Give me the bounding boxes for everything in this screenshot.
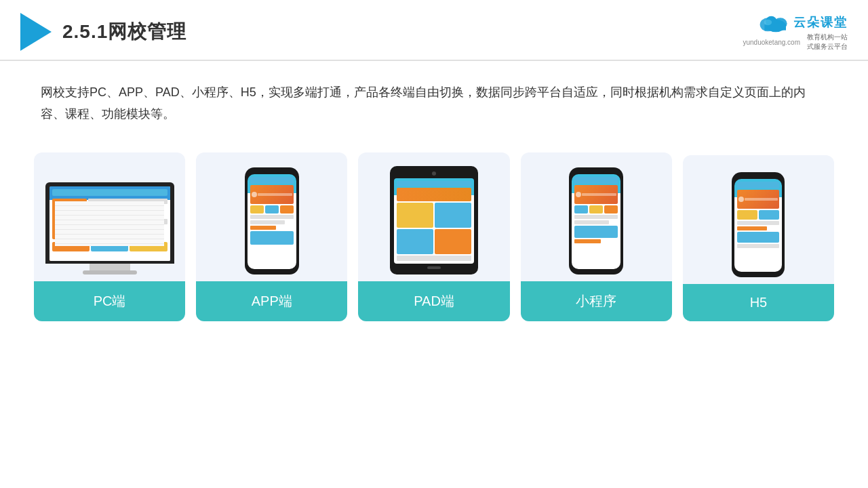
header-left: 2.5.1网校管理 xyxy=(20,13,186,51)
pad-card: PAD端 xyxy=(358,152,509,321)
pc-card: PC端 xyxy=(34,152,185,321)
h5-screen-inner xyxy=(734,179,782,272)
phone-screen xyxy=(248,174,296,269)
pc-image-area xyxy=(45,166,174,281)
monitor-screen-content xyxy=(50,186,170,261)
pc-card-label: PC端 xyxy=(34,281,185,321)
tablet-screen-inner xyxy=(394,178,474,264)
h5-phone-screen xyxy=(734,179,782,272)
phone-screen-overlay xyxy=(248,174,296,269)
logo-triangle-icon xyxy=(20,13,52,51)
monitor-screen-wrapper xyxy=(45,182,174,264)
tablet-frame xyxy=(390,166,478,274)
miniprogram-screen-inner xyxy=(572,174,620,269)
brand-logo-top: 云朵课堂 xyxy=(755,12,848,33)
app-card-label: APP端 xyxy=(196,281,347,321)
miniprogram-phone-notch xyxy=(586,167,606,173)
h5-card-label: H5 xyxy=(683,284,834,321)
app-card: APP端 xyxy=(196,152,347,321)
cards-container: PC端 xyxy=(0,132,868,335)
h5-phone-notch xyxy=(748,172,768,178)
miniprogram-screen-overlay xyxy=(572,174,620,269)
tablet-screen xyxy=(394,178,474,264)
phone-screen-inner xyxy=(248,174,296,269)
screen-bar xyxy=(52,189,167,196)
h5-phone-frame xyxy=(732,172,785,277)
miniprogram-card-label: 小程序 xyxy=(521,281,672,321)
tablet-screen-overlay xyxy=(394,178,474,264)
pad-image-area xyxy=(369,166,498,281)
miniprogram-card: 小程序 xyxy=(521,152,672,321)
app-image-area xyxy=(207,166,336,281)
pc-monitor xyxy=(45,182,174,274)
h5-card: H5 xyxy=(683,155,834,321)
header-right: 云朵课堂 yunduoketang.com 教育机构一站式服务云平台 xyxy=(743,12,848,52)
app-phone xyxy=(245,167,299,274)
description-text: 网校支持PC、APP、PAD、小程序、H5，实现多端打通，产品各终端自由切换，数… xyxy=(0,61,868,132)
svg-rect-4 xyxy=(764,24,786,30)
brand-url: yunduoketang.com xyxy=(743,39,800,46)
h5-image-area xyxy=(694,169,823,284)
h5-screen-overlay xyxy=(734,179,782,272)
brand-tagline: 教育机构一站式服务云平台 xyxy=(807,33,848,52)
phone-frame xyxy=(245,167,299,274)
header: 2.5.1网校管理 云朵课堂 yunduoketang.com 教育机构一站式服… xyxy=(0,0,868,61)
monitor-stand xyxy=(90,264,130,270)
miniprogram-image-area xyxy=(532,166,661,281)
svg-point-5 xyxy=(764,20,772,25)
miniprogram-phone xyxy=(569,167,623,274)
miniprogram-phone-screen xyxy=(572,174,620,269)
cloud-logo-icon xyxy=(755,12,789,33)
pad-card-label: PAD端 xyxy=(358,281,509,321)
pad-tablet xyxy=(390,166,478,274)
miniprogram-phone-frame xyxy=(569,167,623,274)
brand-logo: 云朵课堂 yunduoketang.com 教育机构一站式服务云平台 xyxy=(743,12,848,52)
monitor-base xyxy=(83,270,137,274)
h5-phone xyxy=(732,172,785,277)
page-title: 2.5.1网校管理 xyxy=(62,19,186,45)
phone-notch xyxy=(262,167,282,173)
tablet-camera xyxy=(432,171,436,176)
brand-name: 云朵课堂 xyxy=(793,14,848,30)
screen-overlay xyxy=(50,186,170,261)
monitor-screen xyxy=(50,186,170,261)
tablet-home-button xyxy=(427,266,441,269)
